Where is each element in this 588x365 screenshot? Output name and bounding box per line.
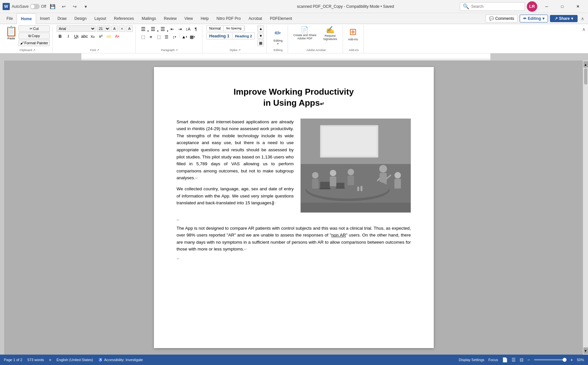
- paste-button[interactable]: 📋 Paste: [5, 25, 17, 40]
- tab-mailings[interactable]: Mailings: [138, 13, 160, 24]
- save-button[interactable]: 💾: [48, 2, 57, 11]
- font-shrink-button[interactable]: A: [119, 25, 125, 32]
- editing-ribbon-label: Editing: [274, 39, 283, 42]
- adobe-content: 📄 Create and ShareAdobe PDF ✍ RequestSig…: [292, 25, 340, 47]
- copy-button[interactable]: ⧉ Copy: [19, 33, 50, 39]
- svg-point-6: [379, 165, 387, 173]
- tab-help[interactable]: Help: [197, 13, 213, 24]
- close-button[interactable]: ✕: [570, 2, 585, 11]
- sort-button[interactable]: ↕A: [185, 25, 192, 33]
- styles-normal[interactable]: Normal No Spacing: [206, 25, 245, 31]
- scroll-down-button[interactable]: ▼: [583, 347, 588, 354]
- show-hide-button[interactable]: ¶: [192, 25, 199, 33]
- ribbon-collapse-handle[interactable]: ∧: [582, 25, 585, 53]
- align-left-button[interactable]: ⬚: [140, 33, 147, 40]
- styles-up-button[interactable]: ▲: [257, 25, 264, 32]
- shading-button[interactable]: ▲▾: [181, 33, 188, 40]
- paragraph-expand-icon[interactable]: ↗: [175, 48, 178, 52]
- editing-button[interactable]: ✏ Editing ▾: [271, 26, 285, 46]
- line-spacing-button[interactable]: ↕▾: [171, 33, 178, 40]
- profile-button[interactable]: LR: [527, 1, 537, 12]
- tab-layout[interactable]: Layout: [90, 13, 110, 24]
- multilevel-button[interactable]: ☰: [159, 25, 166, 33]
- strikethrough-button[interactable]: abc: [81, 33, 88, 40]
- search-box[interactable]: 🔍: [460, 2, 525, 11]
- tab-insert[interactable]: Insert: [36, 13, 54, 24]
- cut-icon: ✂: [30, 27, 33, 31]
- styles-headings[interactable]: Heading 1 Heading 2: [206, 33, 255, 39]
- create-pdf-label: Create and ShareAdobe PDF: [293, 34, 316, 40]
- tab-references[interactable]: References: [110, 13, 138, 24]
- minimize-button[interactable]: ─: [539, 2, 554, 11]
- search-input[interactable]: [471, 4, 522, 9]
- addins-group-label: Add-ins: [347, 47, 361, 52]
- clipboard-expand-icon[interactable]: ↗: [33, 48, 35, 52]
- non-ar-link[interactable]: non AR: [331, 233, 346, 237]
- subscript-button[interactable]: x₂: [89, 33, 96, 40]
- superscript-button[interactable]: x²: [97, 33, 104, 40]
- tab-nitro[interactable]: Nitro PDF Pro: [212, 13, 245, 24]
- print-layout-button[interactable]: 📄: [502, 357, 508, 362]
- zoom-in-button[interactable]: +: [570, 357, 573, 362]
- language-label[interactable]: English (United States): [56, 358, 93, 362]
- tab-draw[interactable]: Draw: [54, 13, 71, 24]
- autosave-toggle[interactable]: [30, 4, 40, 9]
- text-highlight-button[interactable]: ab: [105, 33, 113, 40]
- tab-review[interactable]: Review: [160, 13, 181, 24]
- justify-button[interactable]: ☰: [163, 33, 170, 40]
- tab-acrobat[interactable]: Acrobat: [245, 13, 266, 24]
- editing-mode-button[interactable]: ✏ Editing ▾: [520, 15, 548, 22]
- comments-label: Comments: [495, 16, 514, 21]
- indent-inc-button[interactable]: ⇥: [177, 25, 184, 33]
- ribbon-collapse-button[interactable]: ∧: [580, 16, 585, 21]
- zoom-slider[interactable]: [534, 359, 567, 360]
- create-share-pdf-button[interactable]: 📄 Create and ShareAdobe PDF: [292, 25, 318, 41]
- request-signatures-button[interactable]: ✍ RequestSignatures: [321, 25, 340, 42]
- underline-button[interactable]: U▾: [73, 33, 80, 40]
- redo-button[interactable]: ↪: [70, 2, 79, 11]
- styles-more-button[interactable]: ▦: [257, 40, 264, 46]
- scroll-up-button[interactable]: ▲: [583, 61, 588, 68]
- bullets-button[interactable]: ☰: [140, 25, 147, 33]
- font-family-select[interactable]: Arial: [57, 25, 96, 32]
- font-size-select[interactable]: 21: [97, 25, 110, 32]
- font-color-button[interactable]: A▾: [114, 33, 121, 40]
- styles-down-button[interactable]: ▼: [257, 33, 264, 39]
- quick-access-dropdown[interactable]: ▾: [81, 2, 90, 11]
- read-mode-button[interactable]: ⊟: [520, 357, 524, 362]
- display-settings-button[interactable]: Display Settings: [459, 358, 485, 362]
- scroll-thumb[interactable]: [584, 68, 587, 85]
- web-layout-button[interactable]: ☰: [512, 357, 516, 362]
- styles-list: Normal No Spacing Heading 1 Heading 2: [206, 25, 255, 39]
- comments-button[interactable]: 💬 Comments: [485, 15, 518, 22]
- bold-button[interactable]: B: [57, 33, 64, 40]
- format-painter-button[interactable]: 🖌 Format Painter: [19, 40, 50, 46]
- tab-pdfelement[interactable]: PDFElement: [266, 13, 296, 24]
- styles-expand-icon[interactable]: ↗: [238, 48, 241, 52]
- autosave-area: AutoSave Off: [12, 4, 46, 9]
- indent-dec-button[interactable]: ⇤: [169, 25, 176, 33]
- font-expand-icon[interactable]: ↗: [97, 48, 99, 52]
- borders-button[interactable]: ▦▾: [189, 33, 196, 40]
- addins-button[interactable]: ⊞ Add-ins: [347, 25, 360, 42]
- vertical-scrollbar[interactable]: ▲ ▼: [583, 61, 588, 355]
- align-center-button[interactable]: ≡: [147, 33, 155, 40]
- italic-button[interactable]: I: [65, 33, 72, 40]
- page-count: Page 1 of 2: [4, 358, 22, 362]
- cut-button[interactable]: ✂ Cut: [19, 25, 50, 32]
- tab-home[interactable]: Home: [17, 13, 36, 24]
- align-right-button[interactable]: ⬚: [155, 33, 162, 40]
- maximize-button[interactable]: □: [555, 2, 570, 11]
- tab-view[interactable]: View: [181, 13, 197, 24]
- document-scroll[interactable]: Improve Working Productivity in Using Ap…: [5, 61, 583, 355]
- undo-button[interactable]: ↩: [59, 2, 68, 11]
- clear-format-button[interactable]: A: [126, 25, 133, 32]
- share-button[interactable]: ↗ Share ▾: [550, 15, 578, 22]
- focus-button[interactable]: Focus: [488, 358, 498, 362]
- numbering-button[interactable]: ☰: [149, 25, 157, 33]
- tab-design[interactable]: Design: [71, 13, 90, 24]
- accessibility-button[interactable]: ♿ Accessibility: Investigate: [98, 358, 143, 362]
- tab-file[interactable]: File: [3, 13, 17, 24]
- font-grow-button[interactable]: A: [111, 25, 118, 32]
- zoom-out-button[interactable]: −: [527, 357, 530, 362]
